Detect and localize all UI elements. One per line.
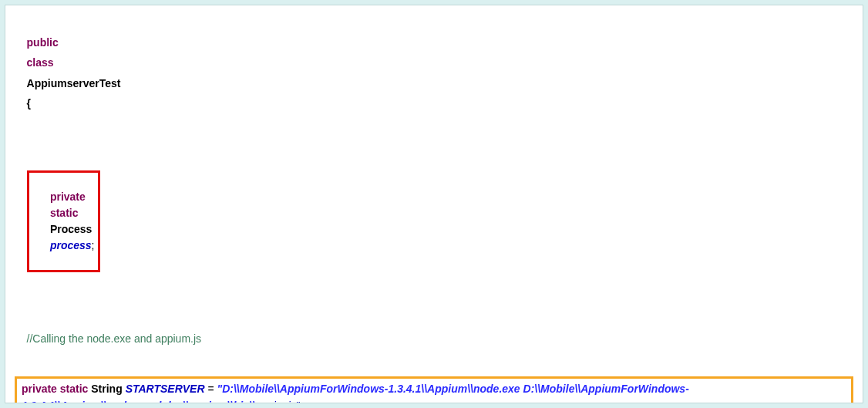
highlight-red-box: private static Process process; bbox=[27, 170, 100, 272]
semicolon: ; bbox=[299, 400, 302, 403]
class-declaration-line: public class AppiumserverTest { bbox=[15, 12, 853, 135]
comment-text: //Calling the node.exe and appium.js bbox=[27, 332, 201, 345]
semicolon: ; bbox=[92, 239, 95, 251]
equals: = bbox=[207, 383, 214, 395]
code-panel: public class AppiumserverTest { private … bbox=[5, 5, 863, 403]
keyword-static: static bbox=[50, 207, 79, 219]
const-startserver: STARTSERVER bbox=[126, 383, 205, 395]
keyword-private: private bbox=[22, 383, 57, 395]
keyword-class: class bbox=[27, 56, 54, 69]
highlight-orange-box: private static String STARTSERVER = "D:\… bbox=[15, 376, 853, 403]
type-process: Process bbox=[50, 223, 92, 235]
keyword-public: public bbox=[27, 36, 59, 49]
keyword-static: static bbox=[60, 383, 89, 395]
process-field-line: private static Process process; bbox=[15, 150, 853, 293]
open-brace: { bbox=[27, 97, 31, 110]
class-name: AppiumserverTest bbox=[27, 77, 121, 89]
string-literal-main: main .js" bbox=[255, 400, 299, 403]
type-string: String bbox=[91, 383, 122, 395]
keyword-private: private bbox=[50, 191, 86, 203]
comment-calling: //Calling the node.exe and appium.js bbox=[15, 309, 853, 370]
field-process: process bbox=[50, 239, 92, 251]
